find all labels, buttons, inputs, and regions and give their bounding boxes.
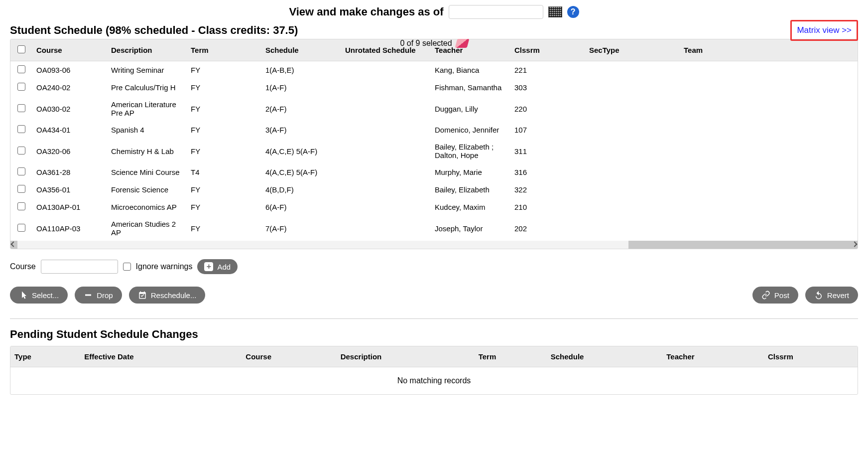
pcol-description[interactable]: Description	[337, 346, 475, 367]
cell-sectype	[585, 121, 680, 139]
add-button-label: Add	[217, 263, 231, 271]
cell-team	[680, 139, 858, 163]
cell-teacher: Fishman, Samantha	[431, 79, 510, 96]
schedule-title-bar: Student Schedule (98% scheduled - Class …	[10, 24, 858, 37]
cell-clssrm: 202	[510, 216, 585, 241]
cell-unrotated	[341, 96, 431, 121]
cell-course: OA361-28	[32, 163, 107, 181]
reschedule-button[interactable]: Reschedule...	[129, 287, 206, 304]
cell-clssrm: 316	[510, 163, 585, 181]
table-row[interactable]: OA320-06Chemistry H & LabFY4(A,C,E) 5(A-…	[10, 139, 858, 163]
matrix-view-link[interactable]: Matrix view >>	[790, 20, 858, 41]
cell-course: OA110AP-03	[32, 216, 107, 241]
add-button[interactable]: + Add	[197, 259, 238, 274]
cell-teacher: Duggan, Lilly	[431, 96, 510, 121]
cell-unrotated	[341, 216, 431, 241]
cell-course: OA356-01	[32, 181, 107, 198]
select-all-checkbox[interactable]	[17, 45, 25, 53]
cell-term: FY	[187, 121, 261, 139]
pcol-clssrm[interactable]: Clssrm	[764, 346, 858, 367]
cell-schedule: 4(A,C,E) 5(A-F)	[261, 163, 341, 181]
cell-team	[680, 198, 858, 216]
selected-count: 0 of 9 selected	[400, 39, 452, 48]
col-sectype[interactable]: SecType	[585, 39, 680, 61]
pending-title: Pending Student Schedule Changes	[10, 328, 858, 341]
minus-icon	[84, 291, 93, 300]
cell-sectype	[585, 181, 680, 198]
cell-schedule: 4(B,D,F)	[261, 181, 341, 198]
row-checkbox[interactable]	[17, 167, 25, 175]
pcol-type[interactable]: Type	[10, 346, 80, 367]
cell-schedule: 3(A-F)	[261, 121, 341, 139]
link-icon	[761, 291, 770, 300]
cell-term: FY	[187, 61, 261, 79]
pcol-teacher[interactable]: Teacher	[662, 346, 764, 367]
cell-description: Pre Calculus/Trig H	[107, 79, 187, 96]
cell-sectype	[585, 96, 680, 121]
cell-course: OA130AP-01	[32, 198, 107, 216]
row-checkbox[interactable]	[17, 202, 25, 210]
pcol-course[interactable]: Course	[242, 346, 336, 367]
course-label: Course	[10, 262, 36, 271]
pcol-schedule[interactable]: Schedule	[547, 346, 663, 367]
cell-course: OA030-02	[32, 96, 107, 121]
table-row[interactable]: OA093-06Writing SeminarFY1(A-B,E)Kang, B…	[10, 61, 858, 79]
course-input[interactable]	[41, 260, 118, 274]
table-row[interactable]: OA356-01Forensic ScienceFY4(B,D,F)Bailey…	[10, 181, 858, 198]
pcol-effdate[interactable]: Effective Date	[80, 346, 242, 367]
cell-unrotated	[341, 181, 431, 198]
row-checkbox[interactable]	[17, 125, 25, 133]
select-button[interactable]: Select...	[10, 287, 68, 304]
pcol-term[interactable]: Term	[475, 346, 547, 367]
cell-team	[680, 121, 858, 139]
help-icon[interactable]: ?	[567, 6, 579, 18]
row-checkbox[interactable]	[17, 224, 25, 232]
row-checkbox[interactable]	[17, 65, 25, 73]
plus-icon: +	[204, 262, 213, 271]
cell-description: American Studies 2 AP	[107, 216, 187, 241]
schedule-table: Course Description Term Schedule Unrotat…	[10, 39, 858, 241]
table-row[interactable]: OA130AP-01Microeconomics APFY6(A-F)Kudce…	[10, 198, 858, 216]
col-clssrm[interactable]: Clssrm	[510, 39, 585, 61]
table-row[interactable]: OA240-02Pre Calculus/Trig HFY1(A-F)Fishm…	[10, 79, 858, 96]
cell-course: OA320-06	[32, 139, 107, 163]
table-row[interactable]: OA110AP-03American Studies 2 APFY7(A-F)J…	[10, 216, 858, 241]
drop-button[interactable]: Drop	[75, 287, 122, 304]
horizontal-scrollbar[interactable]	[10, 241, 858, 249]
col-schedule[interactable]: Schedule	[261, 39, 341, 61]
row-checkbox[interactable]	[17, 104, 25, 112]
col-description[interactable]: Description	[107, 39, 187, 61]
post-button[interactable]: Post	[752, 287, 798, 304]
cell-description: Spanish 4	[107, 121, 187, 139]
no-records: No matching records	[10, 367, 858, 395]
revert-button[interactable]: Revert	[805, 287, 858, 304]
cell-schedule: 1(A-F)	[261, 79, 341, 96]
row-checkbox[interactable]	[17, 147, 25, 155]
calendar-icon[interactable]	[548, 6, 562, 17]
cell-schedule: 2(A-F)	[261, 96, 341, 121]
table-row[interactable]: OA361-28Science Mini CourseT44(A,C,E) 5(…	[10, 163, 858, 181]
table-row[interactable]: OA030-02American Literature Pre APFY2(A-…	[10, 96, 858, 121]
cell-unrotated	[341, 121, 431, 139]
cell-clssrm: 311	[510, 139, 585, 163]
cell-teacher: Bailey, Elizabeth ; Dalton, Hope	[431, 139, 510, 163]
table-row[interactable]: OA434-01Spanish 4FY3(A-F)Domenico, Jenni…	[10, 121, 858, 139]
schedule-title: Student Schedule (98% scheduled - Class …	[10, 24, 298, 37]
cell-clssrm: 220	[510, 96, 585, 121]
ignore-warnings-checkbox[interactable]	[123, 263, 131, 271]
col-team[interactable]: Team	[680, 39, 858, 61]
cell-schedule: 7(A-F)	[261, 216, 341, 241]
cell-description: Writing Seminar	[107, 61, 187, 79]
row-checkbox[interactable]	[17, 185, 25, 193]
svg-rect-0	[85, 295, 91, 296]
cell-teacher: Kudcey, Maxim	[431, 198, 510, 216]
cell-team	[680, 181, 858, 198]
cell-sectype	[585, 79, 680, 96]
row-checkbox[interactable]	[17, 83, 25, 91]
eraser-icon[interactable]	[455, 39, 469, 48]
col-term[interactable]: Term	[187, 39, 261, 61]
cell-course: OA434-01	[32, 121, 107, 139]
asof-date-input[interactable]	[449, 5, 543, 19]
pending-table-wrapper: Type Effective Date Course Description T…	[10, 346, 858, 395]
col-course[interactable]: Course	[32, 39, 107, 61]
